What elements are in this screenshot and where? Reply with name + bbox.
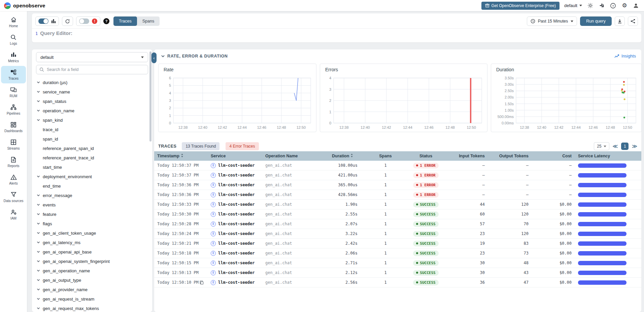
field-item-service-name[interactable]: service_name — [32, 87, 149, 96]
copy-icon[interactable] — [200, 280, 204, 285]
sidebar-item-logs[interactable]: Logs — [1, 31, 26, 48]
histogram-toggle-group[interactable] — [35, 16, 59, 26]
service-latency-cell — [574, 251, 641, 256]
sidebar-item-reports[interactable]: Reports — [1, 153, 26, 171]
sidebar-item-pipelines[interactable]: Pipelines — [1, 101, 26, 118]
trace-row[interactable]: Today 12:50:36 PMBllm-cost-seedergen_ai.… — [154, 180, 641, 190]
enterprise-button[interactable]: Get OpenObserve Enterprise (Free) — [481, 2, 560, 10]
field-item-span-id[interactable]: span_id — [32, 134, 149, 144]
field-item-reference-parent-span-id[interactable]: reference_parent_span_id — [32, 144, 149, 153]
chevron-down-icon[interactable] — [161, 54, 165, 58]
sidebar-item-traces[interactable]: Traces — [1, 66, 26, 83]
field-item-events[interactable]: events — [32, 200, 149, 209]
collapse-fields-button[interactable]: ‹ — [151, 52, 157, 63]
sidebar-item-dashboards[interactable]: Dashboards — [1, 118, 26, 136]
refresh-button[interactable] — [62, 16, 73, 26]
sidebar-item-home[interactable]: Home — [1, 13, 26, 31]
status-dot-icon — [416, 281, 418, 283]
field-item-gen-ai-output-type[interactable]: gen_ai_output_type — [32, 275, 149, 285]
user-profile-icon[interactable] — [633, 2, 639, 9]
field-item-gen-ai-openai-api-base[interactable]: gen_ai_openai_api_base — [32, 247, 149, 257]
trace-row[interactable]: Today 12:50:21 PMBllm-cost-seedergen_ai.… — [154, 239, 641, 248]
trace-row[interactable]: Today 12:50:36 PMBllm-cost-seedergen_ai.… — [154, 190, 641, 200]
field-item-gen-ai-provider-name[interactable]: gen_ai_provider_name — [32, 285, 149, 294]
field-item-error-message[interactable]: error_message — [32, 191, 149, 200]
field-item-gen-ai-client-token-usage[interactable]: gen_ai_client_token_usage — [32, 228, 149, 238]
column-header-service-latency[interactable]: Service Latency — [574, 154, 641, 158]
stream-selector-dropdown[interactable]: default — [36, 52, 148, 62]
field-item-gen-ai-operation-name[interactable]: gen_ai_operation_name — [32, 266, 149, 275]
query-help-icon[interactable]: ? — [103, 18, 109, 24]
field-search-input[interactable] — [47, 67, 134, 72]
field-item-span-kind[interactable]: span_kind — [32, 115, 149, 125]
column-header-output-tokens[interactable]: Output Tokens — [488, 154, 532, 158]
page-number-button[interactable]: 1 — [621, 143, 629, 150]
errors-only-toggle[interactable] — [79, 18, 89, 24]
org-selector-dropdown[interactable]: default — [564, 3, 582, 8]
trace-row[interactable]: Today 12:50:18 PMBllm-cost-seedergen_ai.… — [154, 248, 641, 258]
error-filter-group[interactable]: ! — [76, 16, 100, 26]
status-dot-icon — [416, 252, 418, 254]
insights-link[interactable]: Insights — [614, 54, 636, 58]
run-query-button[interactable]: Run query — [580, 16, 612, 26]
field-item-reference-parent-trace-id[interactable]: reference_parent_trace_id — [32, 153, 149, 162]
field-item-deployment-environment[interactable]: deployment_environment — [32, 172, 149, 181]
histogram-toggle[interactable] — [38, 18, 48, 24]
time-range-dropdown[interactable]: Past 15 Minutes — [527, 16, 577, 26]
help-icon[interactable]: ? — [610, 2, 616, 9]
trace-row[interactable]: Today 12:50:37 PMBllm-cost-seedergen_ai.… — [154, 161, 641, 170]
column-header-spans[interactable]: Spans — [367, 154, 404, 158]
download-button[interactable] — [615, 16, 625, 26]
svg-text:3.00s: 3.00s — [505, 82, 514, 86]
theme-toggle-icon[interactable] — [587, 2, 594, 9]
sidebar-item-rum[interactable]: RUM — [1, 83, 26, 101]
field-item-end-time[interactable]: end_time — [32, 181, 149, 191]
column-header-service[interactable]: Service — [211, 154, 265, 158]
trace-row[interactable]: Today 12:50:30 PMBllm-cost-seedergen_ai.… — [154, 209, 641, 219]
last-page-button[interactable]: ≫ — [632, 143, 637, 149]
column-header-cost[interactable]: Cost — [532, 154, 574, 158]
field-item-start-time[interactable]: start_time — [32, 162, 149, 172]
field-item-gen-ai-request-max-tokens[interactable]: gen_ai_request_max_tokens — [32, 304, 149, 312]
community-slack-icon[interactable] — [598, 2, 605, 9]
tab-traces[interactable]: Traces — [113, 16, 137, 26]
column-header-timestamp[interactable]: Timestamp — [157, 154, 211, 158]
service-cell: Bllm-cost-seeder — [211, 173, 265, 178]
column-header-status[interactable]: Status — [404, 154, 448, 158]
field-item-trace-id[interactable]: trace_id — [32, 125, 149, 134]
query-editor[interactable]: 1 Query Editor: — [32, 28, 641, 38]
trace-row[interactable]: Today 12:50:28 PMBllm-cost-seedergen_ai.… — [154, 219, 641, 229]
error-traces-badge[interactable]: 4 Error Traces — [226, 142, 259, 150]
column-header-duration[interactable]: Duration — [332, 154, 367, 158]
share-button[interactable] — [628, 16, 638, 26]
field-item-operation-name[interactable]: operation_name — [32, 106, 149, 115]
page-size-dropdown[interactable]: 25 — [594, 142, 609, 150]
sidebar-item-alerts[interactable]: Alerts — [1, 171, 26, 188]
tab-spans[interactable]: Spans — [137, 16, 160, 26]
trace-row[interactable]: Today 12:50:13 PMBllm-cost-seedergen_ai.… — [154, 268, 641, 278]
column-header-operation-name[interactable]: Operation Name — [265, 154, 332, 158]
sidebar-item-metrics[interactable]: Metrics — [1, 48, 26, 66]
chevron-down-icon — [37, 269, 40, 272]
svg-text:1.50s: 1.50s — [505, 102, 514, 106]
trace-row[interactable]: Today 12:50:15 PMBllm-cost-seedergen_ai.… — [154, 258, 641, 268]
field-item-duration-s-[interactable]: duration (µs) — [32, 78, 149, 87]
first-page-button[interactable]: ≪ — [613, 143, 618, 149]
trace-row[interactable]: Today 12:50:24 PMBllm-cost-seedergen_ai.… — [154, 229, 641, 239]
field-item-gen-ai-latency-ms[interactable]: gen_ai_latency_ms — [32, 238, 149, 247]
column-header-input-tokens[interactable]: Input Tokens — [448, 154, 488, 158]
field-item-span-status[interactable]: span_status — [32, 96, 149, 106]
settings-gear-icon[interactable]: ⚙ — [621, 2, 628, 9]
trace-row[interactable]: Today 12:50:33 PMBllm-cost-seedergen_ai.… — [154, 200, 641, 209]
fields-scrollbar[interactable] — [149, 51, 151, 142]
field-item-flags[interactable]: flags — [32, 219, 149, 228]
trace-row[interactable]: Today 12:50:10 PMBllm-cost-seedergen_ai.… — [154, 278, 641, 287]
sidebar-item-data-sources[interactable]: Data sources — [1, 188, 26, 206]
field-item-gen-ai-request-is-stream[interactable]: gen_ai_request_is_stream — [32, 294, 149, 304]
sidebar-item-streams[interactable]: Streams — [1, 136, 26, 153]
field-item-feature[interactable]: feature — [32, 209, 149, 219]
svg-text:12:42: 12:42 — [382, 125, 391, 129]
sidebar-item-iam[interactable]: IAM — [1, 206, 26, 223]
field-item-gen-ai-openai-system-fingerprint[interactable]: gen_ai_openai_system_fingerprint — [32, 257, 149, 266]
trace-row[interactable]: Today 12:50:37 PMBllm-cost-seedergen_ai.… — [154, 170, 641, 180]
